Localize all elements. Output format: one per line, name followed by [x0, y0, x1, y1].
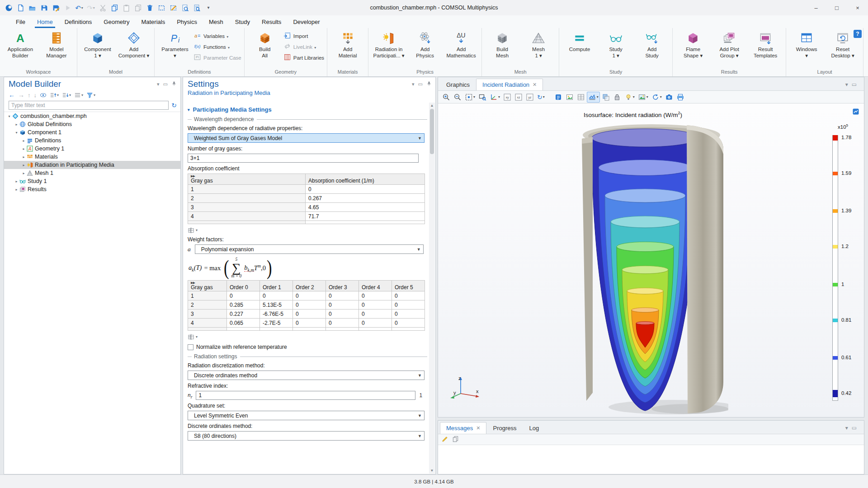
isosurface-3d-scene[interactable] — [579, 122, 728, 416]
node-grouping-icon[interactable]: ▾ — [74, 92, 83, 99]
default-view-icon[interactable]: ▾ — [488, 92, 501, 103]
show-icon[interactable] — [40, 92, 47, 99]
messages-tab-messages[interactable]: Messages✕ — [440, 422, 486, 434]
chevron-right-icon[interactable]: ▸ — [14, 179, 19, 183]
ribbon-mesh1-button[interactable]: Mesh1 ▾ — [521, 30, 556, 59]
search-doc-icon[interactable] — [192, 3, 202, 13]
messages-tab-log[interactable]: Log — [523, 422, 546, 434]
ribbon-add-component-button[interactable]: AddComponent ▾ — [116, 30, 151, 59]
plot-properties-icon[interactable] — [852, 108, 859, 115]
view-mode-icon[interactable]: ▾ — [587, 92, 600, 103]
ribbon-add-study-button[interactable]: AddStudy — [634, 30, 670, 59]
tree-node-materials[interactable]: ▸Materials — [4, 153, 180, 161]
chevron-right-icon[interactable]: ▸ — [21, 139, 26, 143]
weight-factors-select[interactable]: Polynomial expansion ▼ — [195, 244, 424, 254]
table-row[interactable]: 30.227-6.76E-50000 — [188, 310, 425, 319]
table-row[interactable]: 20.267 — [188, 194, 425, 203]
redo-icon[interactable]: ↷▾ — [86, 3, 96, 13]
ribbon-parameters-button[interactable]: PiParameters▾ — [157, 30, 193, 59]
save-as-icon[interactable] — [51, 3, 61, 13]
zoom-out-icon[interactable] — [452, 92, 463, 103]
collapse-all-icon[interactable]: ▾ — [62, 92, 71, 99]
chevron-right-icon[interactable]: ▸ — [21, 155, 26, 159]
move-down-icon[interactable]: ↓ — [34, 92, 37, 99]
ribbon-study1-button[interactable]: Study1 ▾ — [598, 30, 633, 59]
ribbon-param-case-button[interactable]: PiParameter Case — [193, 53, 241, 62]
column-header-order-4[interactable]: Order 4 — [359, 281, 392, 291]
normalize-checkbox[interactable] — [188, 344, 193, 350]
ribbon-app-builder-button[interactable]: AApplicationBuilder — [3, 30, 38, 59]
ribbon-import-icon-button[interactable]: Import — [283, 32, 324, 40]
panel-float-icon[interactable]: ▭ — [418, 81, 423, 87]
save-icon[interactable] — [39, 3, 49, 13]
update-plot-icon[interactable]: ↻▾ — [536, 92, 546, 103]
camera-snapshot-icon[interactable] — [664, 92, 675, 103]
column-header-gray-gas[interactable]: ▶▶Gray gas — [188, 281, 227, 291]
ribbon-model-manager-button[interactable]: ModelManager — [39, 30, 74, 59]
paste-icon[interactable] — [121, 3, 131, 13]
column-header-order-3[interactable]: Order 3 — [326, 281, 359, 291]
discretization-method-select[interactable]: Discrete ordinates method ▼ — [188, 371, 425, 380]
maximize-button[interactable]: □ — [826, 0, 847, 15]
print-icon[interactable] — [675, 92, 686, 103]
panel-collapse-icon[interactable]: ▾ — [157, 81, 160, 87]
tree-node-combustion-chamber-mph[interactable]: ▾combustion_chamber.mph — [4, 112, 180, 120]
zoom-selected-icon[interactable] — [180, 3, 190, 13]
delete-icon[interactable] — [145, 3, 155, 13]
tree-node-radiation-in-participating-media[interactable]: ▸Radiation in Participating Media — [4, 161, 180, 169]
panel-pin-icon[interactable] — [171, 81, 177, 87]
panel-collapse-icon[interactable]: ▾ — [845, 81, 848, 88]
panel-pin-icon[interactable] — [426, 81, 432, 87]
view-yz-icon[interactable]: yz — [524, 92, 535, 103]
refractive-index-input[interactable] — [196, 391, 415, 400]
table-row[interactable]: 471.7 — [188, 212, 425, 221]
chevron-down-icon[interactable]: ▾ — [14, 131, 19, 135]
copy-icon[interactable] — [109, 3, 119, 13]
table-toolbar-button[interactable]: ▾ — [188, 227, 427, 234]
minimize-button[interactable]: – — [806, 0, 826, 15]
ordinates-method-select[interactable]: S8 (80 directions) ▼ — [188, 431, 425, 441]
close-icon[interactable]: ✕ — [476, 425, 480, 431]
chevron-right-icon[interactable]: ▸ — [21, 171, 26, 175]
ribbon-livelink-button[interactable]: LiveLink ▾ — [283, 42, 324, 51]
environment-icon[interactable]: ▾ — [637, 92, 650, 103]
cut-icon[interactable] — [98, 3, 108, 13]
tree-node-geometry-1[interactable]: ▸AGeometry 1 — [4, 145, 180, 153]
ribbon-add-material-button[interactable]: AddMaterial — [330, 30, 365, 59]
menu-tab-mesh[interactable]: Mesh — [203, 15, 229, 28]
column-header-gray-gas[interactable]: ▶▶Gray gas — [188, 174, 306, 185]
table-toolbar-button[interactable]: ▾ — [188, 333, 427, 340]
settings-scrollbar[interactable]: ▲ ▼ — [429, 103, 435, 474]
menu-tab-developer[interactable]: Developer — [287, 15, 326, 28]
move-up-icon[interactable]: ↑ — [28, 92, 31, 99]
ribbon-variables-button[interactable]: a=Variables ▾ — [193, 32, 241, 40]
ribbon-part-libraries-button[interactable]: Part Libraries — [283, 53, 324, 62]
filter-icon[interactable]: ▾ — [86, 92, 95, 99]
nav-back-icon[interactable]: ← — [9, 91, 15, 99]
graphics-tab-incident-radiation[interactable]: Incident Radiation✕ — [476, 79, 543, 90]
view-xz-icon[interactable]: xz — [513, 92, 524, 103]
panel-collapse-icon[interactable]: ▾ — [845, 425, 848, 431]
menu-tab-physics[interactable]: Physics — [171, 15, 203, 28]
table-row[interactable]: 20.2855.13E-50000 — [188, 300, 425, 310]
deselect-frame-icon[interactable] — [168, 3, 178, 13]
tree-node-mesh-1[interactable]: ▸Mesh 1 — [4, 169, 180, 177]
panel-float-icon[interactable]: ▭ — [163, 81, 168, 87]
menu-tab-file[interactable]: File — [10, 15, 31, 28]
graphics-tab-graphics[interactable]: Graphics — [440, 79, 476, 90]
tree-node-component-1[interactable]: ▾Component 1 — [4, 128, 180, 136]
close-button[interactable]: × — [847, 0, 868, 15]
section-participating-media-settings[interactable]: ▾ Participating Media Settings — [188, 106, 427, 113]
menu-tab-home[interactable]: Home — [31, 15, 59, 28]
table-view-icon[interactable] — [576, 92, 586, 103]
tree-node-global-definitions[interactable]: ▸Global Definitions — [4, 120, 180, 128]
update-scene-icon[interactable]: ▾ — [650, 92, 663, 103]
column-header-order-0[interactable]: Order 0 — [227, 281, 260, 291]
menu-tab-study[interactable]: Study — [229, 15, 256, 28]
ribbon-add-math-button[interactable]: ΔUAddMathematics — [443, 30, 479, 59]
table-row[interactable]: 34.65 — [188, 203, 425, 212]
chevron-right-icon[interactable]: ▸ — [21, 147, 26, 151]
expand-all-icon[interactable]: ▾ — [50, 92, 59, 99]
filter-refresh-icon[interactable]: ↻ — [171, 102, 177, 109]
ribbon-build-mesh-button[interactable]: BuildMesh — [485, 30, 520, 59]
